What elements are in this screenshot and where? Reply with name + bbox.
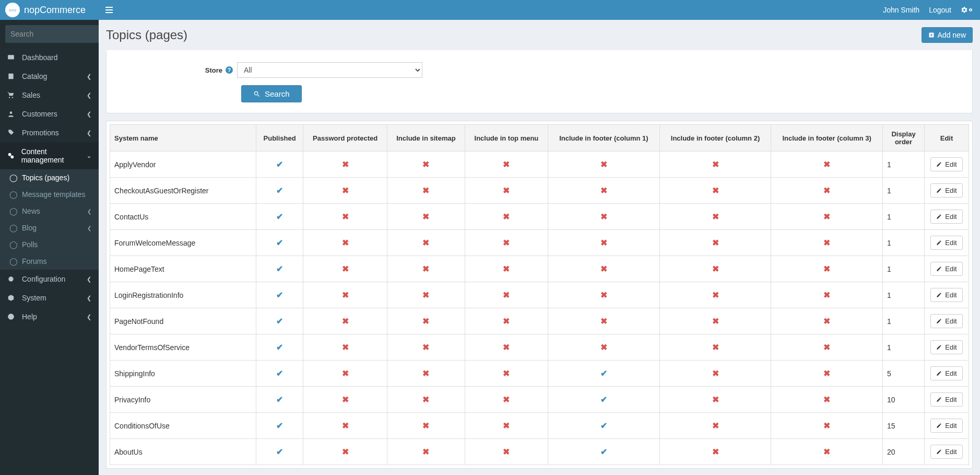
cell-published: ✔ [256,282,303,308]
logout-link[interactable]: Logout [929,6,951,14]
th-published[interactable]: Published [256,125,303,152]
user-link[interactable]: John Smith [883,6,919,14]
chevron-left-icon: ❮ [87,111,91,118]
nav-catalog-label: Catalog [22,72,47,80]
nav-catalog[interactable]: Catalog ❮ [0,67,99,86]
cell-display-order: 15 [883,413,925,439]
nav-configuration[interactable]: Configuration ❮ [0,270,99,288]
x-icon: ✖ [503,291,510,299]
sidebar-toggle[interactable] [99,0,120,20]
edit-button[interactable]: Edit [930,392,962,407]
th-display-order[interactable]: Display order [883,125,925,152]
cell-sitemap: ✖ [387,282,465,308]
table-row: CheckoutAsGuestOrRegister✔✖✖✖✖✖✖1Edit [110,178,969,204]
help-tooltip-icon[interactable]: ? [226,66,233,74]
edit-label: Edit [945,396,957,403]
cell-footer3: ✖ [771,230,883,256]
th-footer3[interactable]: Include in footer (column 3) [771,125,883,152]
nav-dashboard[interactable]: Dashboard [0,48,99,67]
cell-edit: Edit [925,230,969,256]
sub-news[interactable]: ◯ News ❮ [0,203,99,219]
edit-button[interactable]: Edit [930,288,962,302]
edit-button[interactable]: Edit [930,262,962,276]
edit-button[interactable]: Edit [930,340,962,354]
x-icon: ✖ [823,421,830,430]
edit-button[interactable]: Edit [930,445,962,459]
cell-footer3: ✖ [771,152,883,178]
nav-content-management[interactable]: Content management ⌄ [0,142,99,169]
x-icon: ✖ [342,264,349,273]
sub-message-templates[interactable]: ◯ Message templates [0,186,99,203]
nav-system[interactable]: System ❮ [0,288,99,307]
sub-message-templates-label: Message templates [22,190,85,199]
edit-button[interactable]: Edit [930,210,962,224]
cell-sitemap: ✖ [387,230,465,256]
nav-promotions[interactable]: Promotions ❮ [0,123,99,142]
cell-sitemap: ✖ [387,256,465,282]
th-system-name[interactable]: System name [110,125,256,152]
brand-logo[interactable]: ◦◦◦ nopCommerce [0,0,99,20]
th-sitemap[interactable]: Include in sitemap [387,125,465,152]
nav-help[interactable]: Help ❮ [0,307,99,326]
cell-footer2: ✖ [659,308,771,334]
svg-point-6 [10,155,14,158]
edit-button[interactable]: Edit [930,366,962,380]
x-icon: ✖ [342,291,349,299]
add-new-button[interactable]: Add new [922,27,973,43]
chevron-left-icon: ❮ [87,92,91,99]
settings-icon[interactable] [961,6,973,14]
x-icon: ✖ [422,212,429,221]
th-topmenu[interactable]: Include in top menu [465,125,548,152]
add-new-label: Add new [938,31,966,39]
x-icon: ✖ [712,395,719,404]
th-footer1[interactable]: Include in footer (column 1) [548,125,660,152]
cell-sitemap: ✖ [387,178,465,204]
hamburger-icon [105,7,113,13]
sub-polls[interactable]: ◯ Polls [0,236,99,253]
search-submit-button[interactable]: Search [241,85,302,102]
edit-button[interactable]: Edit [930,314,962,328]
x-icon: ✖ [712,238,719,247]
nav-promotions-label: Promotions [22,129,59,137]
cell-footer3: ✖ [771,334,883,361]
chevron-left-icon: ❮ [87,225,91,231]
x-icon: ✖ [823,447,830,456]
edit-button[interactable]: Edit [930,157,962,171]
cell-published: ✔ [256,334,303,361]
store-select[interactable]: All [237,62,422,78]
check-icon: ✔ [276,369,283,378]
sub-forums[interactable]: ◯ Forums [0,253,99,270]
x-icon: ✖ [342,369,349,378]
svg-rect-11 [931,34,931,37]
store-label: Store [205,66,222,74]
nav-help-label: Help [22,312,37,321]
th-footer2[interactable]: Include in footer (column 2) [659,125,771,152]
cell-edit: Edit [925,413,969,439]
nav-customers[interactable]: Customers ❮ [0,105,99,123]
x-icon: ✖ [503,395,510,404]
search-input[interactable] [5,25,99,43]
x-icon: ✖ [712,212,719,221]
x-icon: ✖ [712,186,719,195]
cell-edit: Edit [925,256,969,282]
edit-button[interactable]: Edit [930,183,962,198]
x-icon: ✖ [503,160,510,169]
x-icon: ✖ [342,186,349,195]
edit-button[interactable]: Edit [930,419,962,433]
check-icon: ✔ [276,264,283,273]
sub-topics[interactable]: ◯ Topics (pages) [0,169,99,186]
cell-system-name: PrivacyInfo [110,387,256,413]
check-icon: ✔ [276,160,283,169]
sub-blog[interactable]: ◯ Blog ❮ [0,219,99,236]
x-icon: ✖ [422,317,429,326]
nav-sales[interactable]: Sales ❮ [0,86,99,105]
x-icon: ✖ [503,238,510,247]
cell-system-name: AboutUs [110,439,256,465]
edit-button[interactable]: Edit [930,236,962,250]
circle-icon: ◯ [9,173,18,182]
cell-display-order: 1 [883,282,925,308]
x-icon: ✖ [503,212,510,221]
cell-system-name: ContactUs [110,204,256,230]
th-password[interactable]: Password protected [303,125,387,152]
cell-topmenu: ✖ [465,152,548,178]
